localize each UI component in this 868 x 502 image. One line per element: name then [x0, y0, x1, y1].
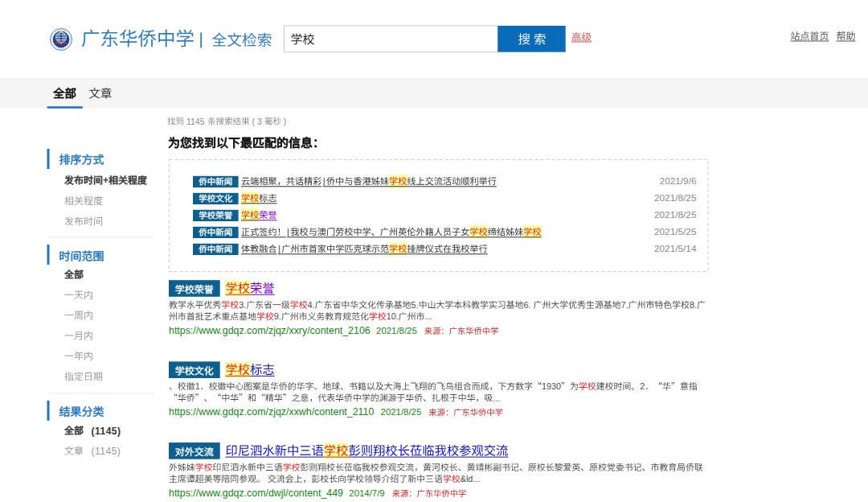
svg-text:...: ...	[493, 393, 500, 403]
svg-text:2021/5/25: 2021/5/25	[654, 226, 697, 237]
svg-text:(1145): (1145)	[92, 446, 121, 457]
svg-text:2021/5/14: 2021/5/14	[654, 243, 697, 254]
svg-text:5.: 5.	[411, 300, 419, 310]
svg-text:2014/7/9: 2014/7/9	[349, 488, 384, 498]
svg-text:): )	[284, 117, 287, 126]
svg-text:1145: 1145	[186, 117, 205, 126]
svg-text:4.: 4.	[308, 300, 315, 310]
svg-text:2021/8/25: 2021/8/25	[654, 209, 697, 220]
svg-text:8.: 8.	[690, 300, 697, 310]
svg-text:7.: 7.	[621, 300, 628, 310]
svg-text:3.: 3.	[239, 300, 246, 310]
svg-text:(: (	[252, 117, 256, 126]
svg-text:2: 2	[640, 381, 645, 391]
svg-text:|: |	[287, 227, 290, 237]
svg-text:1: 1	[195, 381, 200, 391]
svg-text:10.: 10.	[387, 311, 399, 321]
svg-text:2021/8/25: 2021/8/25	[654, 192, 697, 204]
svg-text:3: 3	[257, 117, 262, 126]
svg-text:|: |	[323, 176, 326, 186]
svg-text:https://www.gdqz.com/zjqz/xxwh: https://www.gdqz.com/zjqz/xxwh/content_2…	[169, 406, 374, 418]
svg-text:2021/9/6: 2021/9/6	[660, 175, 697, 187]
svg-text:2021/8/25: 2021/8/25	[381, 407, 422, 417]
svg-text:|: |	[278, 244, 281, 253]
svg-text:...: ...	[425, 311, 432, 321]
svg-text:(1145): (1145)	[92, 426, 121, 437]
svg-text:+: +	[103, 175, 108, 186]
svg-text:https://www.gdqz.com/zjqz/xxry: https://www.gdqz.com/zjqz/xxry/content_2…	[169, 325, 371, 336]
svg-text:2021/8/25: 2021/8/25	[376, 326, 417, 335]
svg-text:6.: 6.	[524, 300, 531, 310]
svg-text:9.: 9.	[274, 311, 281, 321]
svg-text:&ld...: &ld...	[461, 474, 481, 483]
svg-text:1930: 1930	[542, 381, 561, 391]
svg-text:https://www.gdqz.com/dwjl/cont: https://www.gdqz.com/dwjl/content_449	[169, 488, 343, 499]
